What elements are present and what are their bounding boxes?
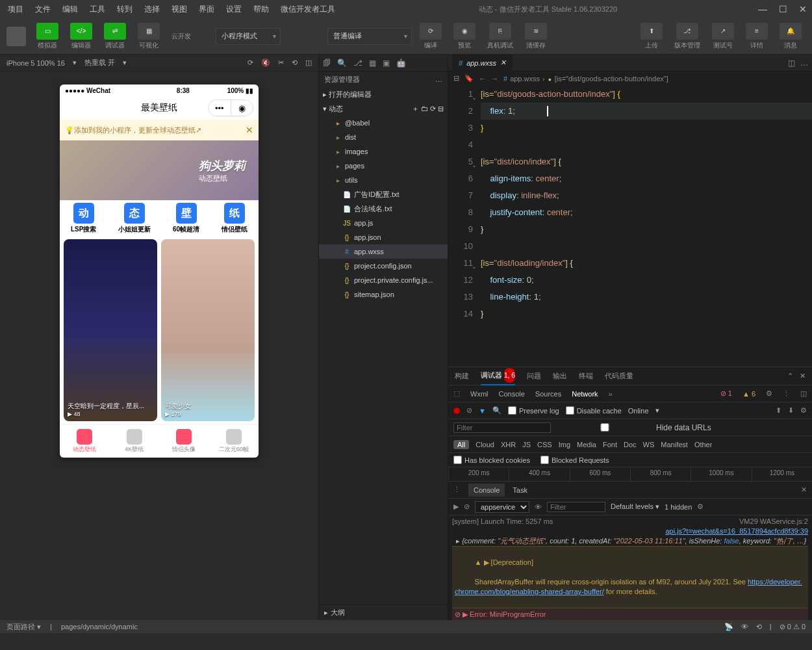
pop-icon[interactable]: ◫: [305, 58, 312, 67]
robot-icon[interactable]: 🤖: [396, 58, 406, 68]
throttle-dropdown[interactable]: Online: [628, 407, 649, 415]
menu-item[interactable]: 编辑: [60, 3, 81, 16]
panel-tab[interactable]: 代码质量: [605, 367, 633, 385]
blocked-requests-checkbox[interactable]: Blocked Requests: [540, 456, 609, 464]
menu-item[interactable]: 帮助: [251, 3, 272, 16]
page-path-dropdown[interactable]: 页面路径 ▾: [6, 622, 41, 632]
wallpaper-card[interactable]: 天空暗到一定程度，星辰...▶ 48: [64, 239, 157, 421]
ext-icon[interactable]: ⟲: [756, 623, 762, 631]
tabbar-item[interactable]: 动态壁纸: [60, 424, 110, 458]
drawer-tab[interactable]: Console: [468, 484, 505, 497]
maximize-icon[interactable]: ☐: [779, 4, 787, 14]
mode-dropdown[interactable]: 小程序模式: [216, 28, 281, 45]
cut-icon[interactable]: ✂: [278, 58, 284, 67]
back-icon[interactable]: ←: [479, 75, 486, 83]
tree-node[interactable]: {}app.json: [319, 230, 448, 244]
tree-node[interactable]: ▸dist: [319, 130, 448, 144]
tree-node[interactable]: ▸utils: [319, 173, 448, 187]
tree-node[interactable]: 📄合法域名.txt: [319, 202, 448, 216]
quick-nav-item[interactable]: 态小姐姐更新: [118, 203, 151, 234]
new-file-icon[interactable]: ＋: [412, 104, 419, 114]
simulator-button[interactable]: ▭: [36, 23, 58, 40]
tree-node[interactable]: {}project.config.json: [319, 259, 448, 273]
preview-button[interactable]: ◉: [453, 23, 476, 40]
refresh-icon[interactable]: ⟳: [247, 58, 253, 67]
compile-button[interactable]: ⟳: [420, 23, 442, 40]
tree-node[interactable]: #app.wxss: [319, 244, 448, 259]
inspect-icon[interactable]: ⬚: [453, 389, 460, 398]
quick-nav-item[interactable]: 动LSP搜索: [71, 203, 96, 234]
tabbar-item[interactable]: 二次元60帧: [209, 424, 259, 458]
tabbar-item[interactable]: 情侣头像: [159, 424, 209, 458]
more-icon[interactable]: …: [800, 58, 808, 68]
rotate-icon[interactable]: ⟲: [292, 58, 298, 67]
filter-type[interactable]: XHR: [501, 441, 516, 448]
menu-item[interactable]: 视图: [169, 3, 190, 16]
preserve-log-checkbox[interactable]: Preserve log: [508, 406, 559, 415]
filter-type[interactable]: WS: [643, 441, 655, 448]
gear-icon[interactable]: ⚙: [766, 389, 772, 398]
tip-banner[interactable]: 💡 添加到我的小程序，更新全球动态壁纸 ↗ ✕: [60, 120, 259, 140]
minimize-icon[interactable]: —: [758, 4, 767, 14]
outline-section[interactable]: ▸大纲: [319, 604, 448, 620]
record-icon[interactable]: [453, 408, 460, 414]
clear-console-icon[interactable]: ⊘: [464, 502, 470, 511]
filter-type[interactable]: Doc: [624, 441, 637, 448]
tree-node[interactable]: ▸@babel: [319, 116, 448, 130]
tree-node[interactable]: {}project.private.config.js...: [319, 273, 448, 287]
menu-item[interactable]: 选择: [142, 3, 162, 16]
search-icon[interactable]: 🔍: [492, 406, 501, 415]
devtab[interactable]: Wxml: [470, 390, 488, 398]
quick-nav-item[interactable]: 纸情侣壁纸: [222, 203, 247, 234]
toggle-icon[interactable]: ⊟: [453, 74, 459, 83]
cloud-dev-button[interactable]: 云开发: [171, 32, 191, 41]
compile-dropdown[interactable]: 普通编译: [327, 28, 412, 45]
more-icon[interactable]: ⋮: [783, 389, 790, 398]
filter-type[interactable]: All: [453, 440, 469, 449]
filter-type[interactable]: Manifest: [661, 441, 688, 448]
clear-icon[interactable]: ⊘: [466, 406, 472, 415]
version-button[interactable]: ⎇: [676, 23, 698, 40]
more-icon[interactable]: …: [435, 75, 442, 83]
file-tab[interactable]: #app.wxss✕: [452, 55, 513, 72]
console-output[interactable]: [system] Launch Time: 5257 msVM29 WAServ…: [448, 515, 812, 620]
project-section[interactable]: ▾动态 ＋ 🗀 ⟳ ⊟: [319, 101, 448, 116]
devtab[interactable]: Sources: [535, 390, 561, 398]
filter-type[interactable]: Img: [559, 441, 570, 448]
bookmark-icon[interactable]: 🔖: [464, 74, 474, 83]
filter-icon[interactable]: ▼: [479, 407, 486, 415]
blocked-cookies-checkbox[interactable]: Has blocked cookies: [453, 456, 530, 464]
clear-cache-button[interactable]: ≋: [525, 23, 547, 40]
panel-tab[interactable]: 终端: [579, 367, 593, 385]
gear-icon[interactable]: ⚙: [800, 406, 807, 415]
new-folder-icon[interactable]: 🗀: [421, 105, 428, 112]
problems-count[interactable]: ⊘ 0 ⚠ 0: [780, 623, 806, 631]
filter-input[interactable]: [453, 422, 551, 433]
ext-icon[interactable]: ▦: [369, 58, 376, 68]
levels-dropdown[interactable]: Default levels ▾: [611, 502, 659, 511]
tree-node[interactable]: ▸pages: [319, 159, 448, 173]
tree-node[interactable]: JSapp.js: [319, 216, 448, 230]
tree-node[interactable]: 📄广告ID配置.txt: [319, 187, 448, 202]
menu-item[interactable]: 微信开发者工具: [278, 3, 338, 16]
filter-type[interactable]: CSS: [537, 441, 552, 448]
split-icon[interactable]: ◫: [788, 58, 795, 68]
capsule[interactable]: •••◉: [208, 99, 253, 116]
network-timeline[interactable]: 200 ms400 ms600 ms800 ms1000 ms1200 ms: [448, 467, 812, 482]
eye-icon[interactable]: 👁: [535, 503, 542, 511]
forward-icon[interactable]: →: [491, 75, 498, 83]
tree-node[interactable]: ▸images: [319, 144, 448, 159]
close-icon[interactable]: ✕: [799, 4, 807, 14]
context-dropdown[interactable]: appservice: [475, 501, 529, 513]
visual-button[interactable]: ▦: [138, 23, 160, 40]
filter-type[interactable]: Media: [577, 441, 596, 448]
close-tab-icon[interactable]: ✕: [500, 58, 506, 67]
play-icon[interactable]: ▶: [453, 502, 459, 511]
panel-tab[interactable]: 调试器 1, 6: [481, 367, 515, 385]
debugger-button[interactable]: ⇌: [104, 23, 126, 40]
avatar[interactable]: [6, 27, 26, 46]
chevron-up-icon[interactable]: ⌃: [787, 368, 793, 384]
console-filter-input[interactable]: [547, 502, 605, 512]
eye-icon[interactable]: 👁: [741, 623, 748, 631]
filter-type[interactable]: Other: [694, 441, 713, 448]
